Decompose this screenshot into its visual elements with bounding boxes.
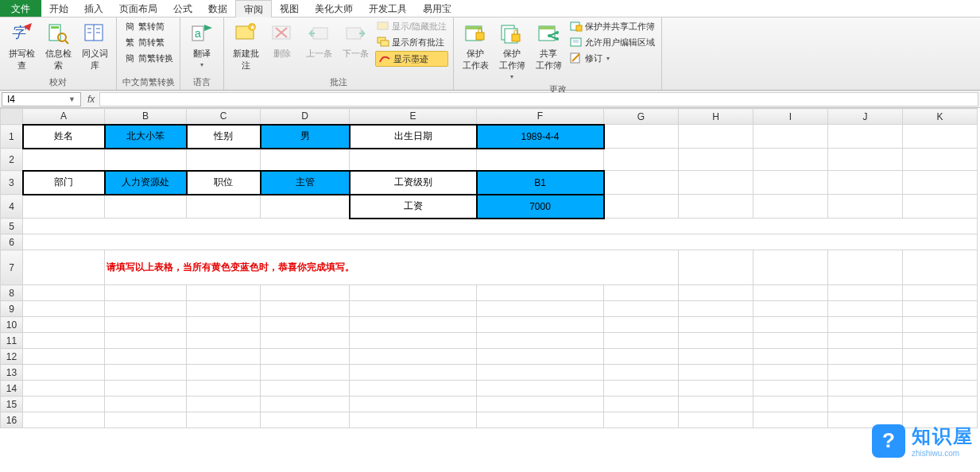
cell[interactable] xyxy=(828,333,903,349)
simp-to-trad-button[interactable]: 繁简转繁 xyxy=(122,35,175,49)
cell[interactable] xyxy=(23,285,105,301)
cell[interactable] xyxy=(23,149,105,171)
cell[interactable] xyxy=(350,333,477,349)
cell[interactable] xyxy=(828,349,903,365)
cell[interactable] xyxy=(828,250,903,285)
cell[interactable] xyxy=(828,317,903,333)
cell[interactable] xyxy=(261,333,350,349)
cell[interactable] xyxy=(350,412,477,428)
cell[interactable] xyxy=(261,397,350,412)
cell-C1[interactable]: 性别 xyxy=(187,125,261,149)
cell[interactable] xyxy=(187,333,261,349)
cell[interactable] xyxy=(23,219,978,234)
cell[interactable] xyxy=(753,149,828,171)
col-header[interactable]: E xyxy=(350,109,477,125)
col-header[interactable]: J xyxy=(828,109,903,125)
cell[interactable] xyxy=(23,381,105,397)
tab-eyb[interactable]: 易用宝 xyxy=(415,0,459,17)
cell[interactable] xyxy=(350,349,477,365)
cell[interactable] xyxy=(604,195,679,219)
cell[interactable] xyxy=(679,317,753,333)
cell[interactable] xyxy=(753,333,828,349)
cell[interactable] xyxy=(187,397,261,412)
col-header[interactable]: B xyxy=(105,109,187,125)
cell[interactable] xyxy=(679,171,753,195)
cell[interactable] xyxy=(604,333,679,349)
cell[interactable] xyxy=(187,195,261,219)
research-button[interactable]: 信息检索 xyxy=(41,19,75,73)
cell[interactable] xyxy=(828,195,903,219)
tab-developer[interactable]: 开发工具 xyxy=(361,0,415,17)
col-header[interactable]: I xyxy=(753,109,828,125)
chevron-down-icon[interactable]: ▼ xyxy=(68,95,76,103)
cell[interactable] xyxy=(23,412,105,428)
cell[interactable] xyxy=(187,381,261,397)
cell[interactable] xyxy=(753,195,828,219)
cell[interactable] xyxy=(261,412,350,428)
cell[interactable] xyxy=(903,317,978,333)
cell-A1[interactable]: 姓名 xyxy=(23,125,105,149)
cell[interactable] xyxy=(477,365,604,381)
row-header[interactable]: 9 xyxy=(1,301,23,317)
cell[interactable] xyxy=(604,285,679,301)
protect-sheet-button[interactable]: 保护 工作表 xyxy=(459,19,492,73)
cell[interactable] xyxy=(604,349,679,365)
cell[interactable] xyxy=(187,149,261,171)
cell[interactable] xyxy=(261,349,350,365)
cell[interactable] xyxy=(679,333,753,349)
cell[interactable] xyxy=(753,250,828,285)
show-ink-button[interactable]: 显示墨迹 xyxy=(375,51,448,67)
cell[interactable] xyxy=(350,285,477,301)
cell[interactable] xyxy=(261,149,350,171)
cell[interactable] xyxy=(105,195,187,219)
cell[interactable] xyxy=(105,381,187,397)
cell[interactable] xyxy=(187,285,261,301)
cell-F4[interactable]: 7000 xyxy=(477,195,604,219)
showhide-comment-button[interactable]: 显示/隐藏批注 xyxy=(375,19,448,33)
protect-share-button[interactable]: 保护并共享工作簿 xyxy=(568,19,657,33)
cell[interactable] xyxy=(187,349,261,365)
col-header[interactable]: F xyxy=(477,109,604,125)
cell[interactable] xyxy=(903,301,978,317)
cell[interactable] xyxy=(753,285,828,301)
cell[interactable] xyxy=(23,317,105,333)
cell[interactable] xyxy=(261,301,350,317)
track-changes-button[interactable]: 修订▾ xyxy=(568,51,657,65)
cell[interactable] xyxy=(903,365,978,381)
row-header[interactable]: 5 xyxy=(1,219,23,234)
cell[interactable] xyxy=(828,381,903,397)
spellcheck-button[interactable]: 字 拼写检查 xyxy=(5,19,38,73)
row-header[interactable]: 6 xyxy=(1,234,23,250)
col-header[interactable]: K xyxy=(903,109,978,125)
cell[interactable] xyxy=(604,171,679,195)
cell[interactable] xyxy=(753,125,828,149)
tab-review[interactable]: 审阅 xyxy=(235,0,272,17)
cell[interactable] xyxy=(23,397,105,412)
row-header[interactable]: 10 xyxy=(1,317,23,333)
cell[interactable] xyxy=(477,397,604,412)
cell[interactable] xyxy=(604,317,679,333)
row-header[interactable]: 13 xyxy=(1,365,23,381)
cell[interactable] xyxy=(261,317,350,333)
next-comment-button[interactable]: 下一条 xyxy=(339,19,372,61)
row-header[interactable]: 2 xyxy=(1,149,23,171)
cell[interactable] xyxy=(105,365,187,381)
cell[interactable] xyxy=(753,349,828,365)
cell[interactable] xyxy=(477,412,604,428)
cell[interactable] xyxy=(23,250,105,285)
col-header[interactable]: D xyxy=(261,109,350,125)
cell[interactable] xyxy=(828,301,903,317)
cell[interactable] xyxy=(903,381,978,397)
cell[interactable] xyxy=(477,333,604,349)
cell[interactable] xyxy=(679,381,753,397)
cell[interactable] xyxy=(679,397,753,412)
cell[interactable] xyxy=(187,365,261,381)
cell[interactable] xyxy=(105,317,187,333)
cell[interactable] xyxy=(753,317,828,333)
cell[interactable] xyxy=(477,349,604,365)
cell[interactable] xyxy=(350,301,477,317)
tab-home[interactable]: 开始 xyxy=(41,0,76,17)
cell[interactable] xyxy=(477,381,604,397)
cell[interactable] xyxy=(679,365,753,381)
cell[interactable] xyxy=(828,171,903,195)
